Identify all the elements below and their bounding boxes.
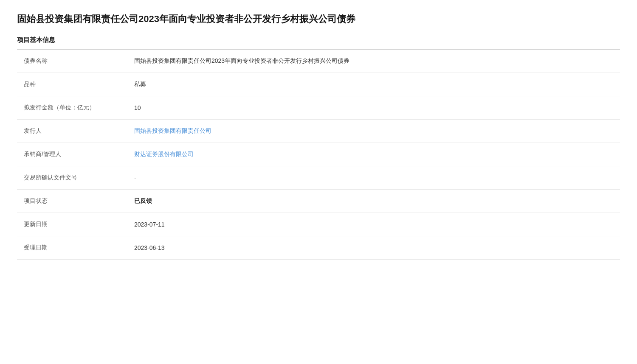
row-value[interactable]: 财达证券股份有限公司 [127,143,620,166]
row-value: 2023-07-11 [127,213,620,236]
table-row: 承销商/管理人财达证券股份有限公司 [17,143,620,166]
row-value: 10 [127,96,620,119]
row-label: 拟发行金额（单位：亿元） [17,96,127,119]
page-title: 固始县投资集团有限责任公司2023年面向专业投资者非公开发行乡村振兴公司债券 [17,13,620,26]
row-link[interactable]: 财达证券股份有限公司 [134,151,194,157]
section-header: 项目基本信息 [17,36,620,44]
table-row: 交易所确认文件文号- [17,166,620,189]
row-label: 承销商/管理人 [17,143,127,166]
table-row: 品种私募 [17,73,620,96]
row-value: - [127,166,620,189]
row-value[interactable]: 固始县投资集团有限责任公司 [127,119,620,143]
row-value: 固始县投资集团有限责任公司2023年面向专业投资者非公开发行乡村振兴公司债券 [127,49,620,73]
row-label: 项目状态 [17,189,127,213]
table-row: 更新日期2023-07-11 [17,213,620,236]
info-table: 债券名称固始县投资集团有限责任公司2023年面向专业投资者非公开发行乡村振兴公司… [17,49,620,260]
table-row: 拟发行金额（单位：亿元）10 [17,96,620,119]
row-value: 2023-06-13 [127,236,620,259]
status-value: 已反馈 [134,197,152,204]
table-row: 债券名称固始县投资集团有限责任公司2023年面向专业投资者非公开发行乡村振兴公司… [17,49,620,73]
row-label: 受理日期 [17,236,127,259]
table-row: 受理日期2023-06-13 [17,236,620,259]
row-label: 交易所确认文件文号 [17,166,127,189]
row-label: 更新日期 [17,213,127,236]
table-row: 发行人固始县投资集团有限责任公司 [17,119,620,143]
row-label: 发行人 [17,119,127,143]
row-link[interactable]: 固始县投资集团有限责任公司 [134,127,211,134]
row-label: 品种 [17,73,127,96]
row-label: 债券名称 [17,49,127,73]
row-value: 已反馈 [127,189,620,213]
row-value: 私募 [127,73,620,96]
table-row: 项目状态已反馈 [17,189,620,213]
